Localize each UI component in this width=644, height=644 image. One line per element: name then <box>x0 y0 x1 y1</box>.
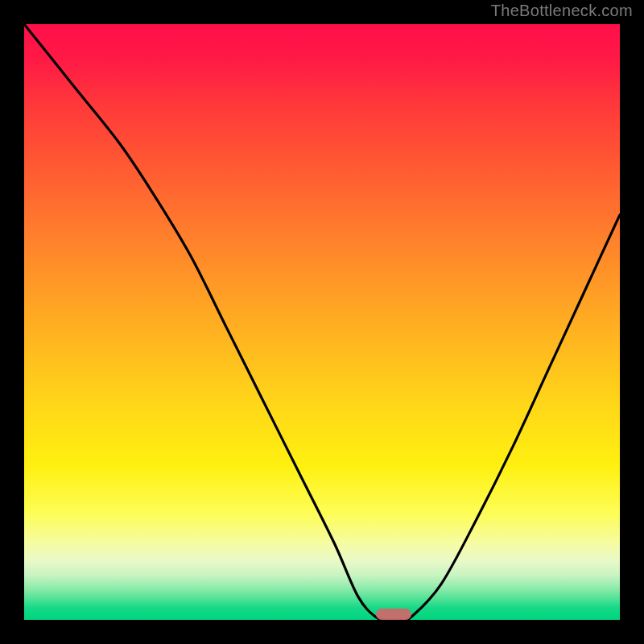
watermark-text: TheBottleneck.com <box>491 2 633 20</box>
bottleneck-curve <box>24 24 620 620</box>
optimal-marker <box>376 609 411 620</box>
chart-frame: TheBottleneck.com <box>0 0 644 644</box>
plot-area <box>24 24 620 620</box>
